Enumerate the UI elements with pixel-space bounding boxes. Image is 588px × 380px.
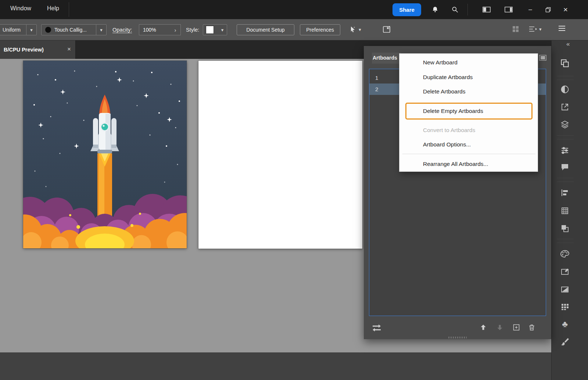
- new-artboard-icon[interactable]: [512, 323, 521, 332]
- chevron-down-icon[interactable]: ▾: [26, 25, 36, 35]
- notifications-bell-icon[interactable]: [431, 5, 440, 14]
- artboard-1-rocket[interactable]: [23, 61, 187, 248]
- titlebar: Window Help Share – ×: [0, 0, 588, 19]
- titlebar-icon-divider: [467, 4, 468, 15]
- artboards-context-menu: New Artboard Duplicate Artboards Delete …: [399, 53, 538, 172]
- menu-item-new-artboard[interactable]: New Artboard: [399, 56, 538, 69]
- brushes-panel-icon[interactable]: [559, 336, 571, 348]
- color-panel-icon[interactable]: [559, 248, 571, 260]
- dock-gripper[interactable]: [557, 76, 574, 80]
- opacity-stepper[interactable]: ›: [170, 24, 181, 35]
- tab-close-icon[interactable]: ×: [67, 46, 71, 53]
- properties-panel-icon[interactable]: [559, 145, 571, 156]
- grid-arrange-icon[interactable]: [512, 25, 520, 33]
- dock-gripper[interactable]: [557, 135, 574, 139]
- style-dropdown[interactable]: ▾: [203, 24, 227, 35]
- brush-preview-dot: [45, 27, 51, 33]
- panel-layout-icon[interactable]: [504, 5, 513, 14]
- chevron-down-icon[interactable]: ▾: [96, 25, 106, 35]
- menu-help[interactable]: Help: [47, 5, 59, 12]
- style-label: Style:: [186, 27, 199, 33]
- panel-resize-gripper[interactable]: [448, 337, 467, 338]
- workspace-switcher-icon[interactable]: [482, 5, 491, 14]
- selection-options-icon[interactable]: ▾: [348, 25, 361, 34]
- share-button[interactable]: Share: [392, 3, 421, 16]
- document-flow-icon[interactable]: ▾: [528, 25, 542, 33]
- move-down-icon[interactable]: [495, 323, 505, 332]
- place-document-icon[interactable]: [382, 25, 392, 34]
- search-icon[interactable]: [451, 5, 459, 14]
- restore-window-button[interactable]: [542, 4, 553, 15]
- style-swatch: [206, 26, 214, 34]
- menu-item-duplicate-artboards[interactable]: Duplicate Artboards: [399, 71, 538, 84]
- artboard-2-empty[interactable]: [198, 61, 362, 249]
- layers-panel-icon[interactable]: [559, 118, 571, 130]
- chevron-down-icon: ▾: [359, 27, 361, 32]
- artboards-panel-title[interactable]: Artboards: [372, 53, 401, 64]
- opacity-input[interactable]: 100%: [139, 24, 171, 35]
- brush-dropdown[interactable]: Touch Callig... ▾: [41, 24, 107, 35]
- stroke-profile-value: Uniform: [0, 25, 21, 35]
- menu-item-delete-artboards[interactable]: Delete Artboards: [399, 85, 538, 98]
- menu-separator: [402, 154, 535, 154]
- artboards-panel-icon[interactable]: [559, 57, 571, 69]
- document-tab-title: B/CPU Preview): [0, 47, 44, 53]
- preferences-button[interactable]: Preferences: [300, 24, 340, 35]
- menu-item-rearrange-all-artboards[interactable]: Rearrange All Artboards...: [399, 157, 538, 171]
- dock-gripper[interactable]: [557, 239, 574, 243]
- illustrator-window: Window Help Share – × Uniform ▾ Tou: [0, 0, 588, 380]
- stroke-profile-dropdown[interactable]: Uniform ▾: [0, 24, 37, 35]
- symbols-panel-icon[interactable]: ♣: [559, 318, 571, 330]
- artboard-row-number: 1: [369, 75, 395, 81]
- transform-panel-icon[interactable]: [559, 205, 571, 217]
- document-tab[interactable]: B/CPU Preview) ×: [0, 40, 76, 59]
- chevron-down-icon[interactable]: ▾: [218, 25, 227, 35]
- minimize-button[interactable]: –: [525, 4, 536, 15]
- menu-item-delete-empty-artboards[interactable]: Delete Empty Artboards: [405, 103, 533, 120]
- move-up-icon[interactable]: [478, 323, 488, 332]
- menu-item-convert-to-artboards: Convert to Artboards: [399, 124, 538, 137]
- panel-dock: «: [551, 40, 588, 380]
- artboard-editor-icon[interactable]: [559, 266, 571, 278]
- gradient-sphere-icon[interactable]: [559, 84, 571, 95]
- artboard-row-number: 2: [369, 86, 395, 92]
- dock-gripper[interactable]: [557, 178, 574, 182]
- panel-menu-icon[interactable]: [538, 53, 548, 62]
- rocket-illustration: [23, 61, 187, 248]
- pathfinder-panel-icon[interactable]: [559, 223, 571, 234]
- gradient-panel-icon[interactable]: [559, 284, 571, 295]
- menu-window[interactable]: Window: [10, 5, 31, 12]
- collapse-panels-icon[interactable]: «: [566, 40, 569, 48]
- control-bar: Uniform ▾ Touch Callig... ▾ Opacity: 100…: [0, 19, 588, 40]
- opacity-label[interactable]: Opacity:: [112, 27, 132, 33]
- export-panel-icon[interactable]: [559, 101, 571, 113]
- titlebar-divider: [69, 2, 69, 17]
- comments-panel-icon[interactable]: [559, 161, 571, 173]
- control-bar-menu-icon[interactable]: [558, 25, 566, 32]
- document-setup-button[interactable]: Document Setup: [237, 24, 294, 35]
- delete-artboard-trash-icon[interactable]: [527, 323, 537, 332]
- close-window-button[interactable]: ×: [560, 4, 571, 15]
- canvas-bottom-strip: [0, 352, 551, 380]
- menu-item-artboard-options[interactable]: Artboard Options...: [399, 138, 538, 151]
- chevron-down-icon: ▾: [539, 26, 542, 32]
- align-panel-icon[interactable]: [559, 187, 571, 199]
- rearrange-artboards-icon[interactable]: [372, 323, 381, 332]
- artboards-panel-footer: [364, 316, 551, 339]
- brush-value: Touch Callig...: [51, 25, 87, 35]
- swatches-panel-icon[interactable]: [559, 301, 571, 313]
